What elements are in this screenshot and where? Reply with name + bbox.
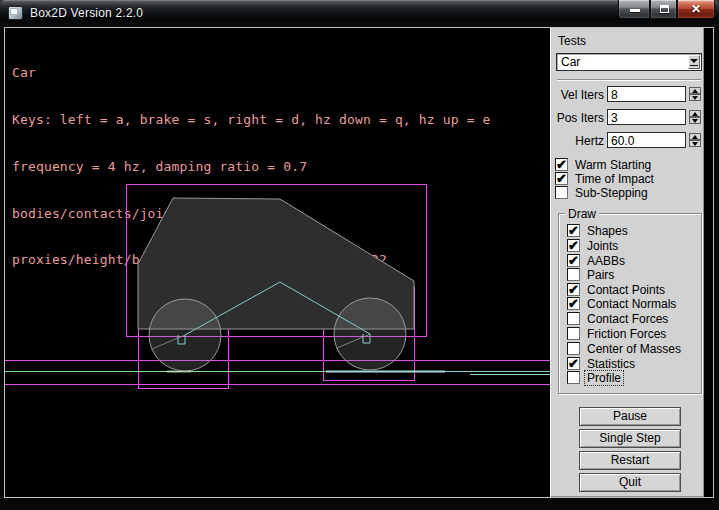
spinner-up-icon[interactable] [689,110,701,117]
checkbox-box[interactable] [555,172,568,185]
checkbox-box[interactable] [567,357,580,370]
checkbox-box[interactable] [567,342,580,355]
window-icon [8,6,23,20]
spinner-up-icon[interactable] [689,87,701,94]
pos-iters-spinner [689,110,701,124]
vel-iters-label: Vel Iters [551,88,604,102]
close-button[interactable]: ✕ [677,0,715,19]
minimize-icon [630,9,640,12]
checkbox-box[interactable] [567,239,580,252]
tests-dropdown-value: Car [561,55,580,69]
hertz-row: Hertz 60.0 [551,132,705,149]
close-icon: ✕ [678,2,714,16]
restart-button[interactable]: Restart [579,451,681,470]
spinner-down-icon[interactable] [689,117,701,124]
window-title: Box2D Version 2.2.0 [30,6,143,20]
checkbox-box[interactable] [555,186,568,199]
debug-draw-layer [5,28,550,497]
pos-iters-input[interactable]: 3 [607,109,686,125]
hertz-spinner [689,133,701,147]
client-area: Car Keys: left = a, brake = s, right = d… [4,27,714,498]
spinner-up-icon[interactable] [689,133,701,140]
quit-button[interactable]: Quit [579,473,681,492]
checkbox-box[interactable] [567,327,580,340]
titlebar[interactable]: Box2D Version 2.2.0 ✕ [0,0,719,27]
checkbox-box[interactable] [567,254,580,267]
draw-groupbox-legend: Draw [565,207,599,221]
maximize-icon [660,5,669,13]
simulation-viewport[interactable]: Car Keys: left = a, brake = s, right = d… [5,28,550,497]
hertz-input[interactable]: 60.0 [607,132,686,148]
pos-iters-label: Pos Iters [551,111,604,125]
vel-iters-input[interactable]: 8 [607,86,686,102]
vel-iters-row: Vel Iters 8 [551,86,705,103]
checkbox-box[interactable] [567,297,580,310]
checkbox-box[interactable] [567,224,580,237]
maximize-button[interactable] [650,0,677,19]
single-step-button[interactable]: Single Step [579,429,681,448]
checkbox-box[interactable] [555,158,568,171]
control-panel: Tests Car Vel Iters 8 Pos Iters 3 [550,28,704,497]
app-window: Box2D Version 2.2.0 ✕ Car Keys: left = a… [0,0,719,510]
pause-button[interactable]: Pause [579,407,681,426]
checkbox-box[interactable] [567,371,580,384]
hertz-label: Hertz [551,134,604,148]
pos-iters-row: Pos Iters 3 [551,109,705,126]
checkbox-box[interactable] [567,283,580,296]
minimize-button[interactable] [618,0,650,19]
separator [557,79,701,81]
vel-iters-spinner [689,87,701,101]
tests-label: Tests [558,34,586,48]
spinner-down-icon[interactable] [689,140,701,147]
spinner-down-icon[interactable] [689,94,701,101]
checkbox-box[interactable] [567,268,580,281]
checkbox-box[interactable] [567,312,580,325]
dropdown-arrow-icon[interactable] [688,55,700,69]
tests-dropdown[interactable]: Car [556,53,702,71]
